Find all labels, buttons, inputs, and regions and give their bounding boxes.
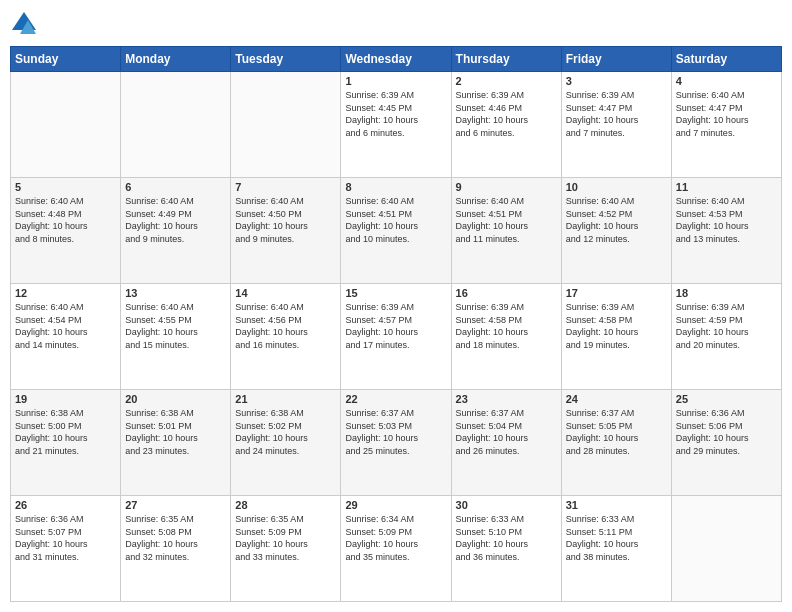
- calendar-cell: 8Sunrise: 6:40 AMSunset: 4:51 PMDaylight…: [341, 178, 451, 284]
- day-number: 6: [125, 181, 226, 193]
- calendar-week-row: 1Sunrise: 6:39 AMSunset: 4:45 PMDaylight…: [11, 72, 782, 178]
- calendar-cell: 26Sunrise: 6:36 AMSunset: 5:07 PMDayligh…: [11, 496, 121, 602]
- logo-icon: [10, 10, 38, 38]
- day-info: Sunrise: 6:39 AMSunset: 4:46 PMDaylight:…: [456, 89, 557, 139]
- day-info: Sunrise: 6:37 AMSunset: 5:04 PMDaylight:…: [456, 407, 557, 457]
- day-info: Sunrise: 6:40 AMSunset: 4:51 PMDaylight:…: [456, 195, 557, 245]
- day-number: 30: [456, 499, 557, 511]
- calendar-cell: 13Sunrise: 6:40 AMSunset: 4:55 PMDayligh…: [121, 284, 231, 390]
- logo: [10, 10, 42, 38]
- calendar-week-row: 5Sunrise: 6:40 AMSunset: 4:48 PMDaylight…: [11, 178, 782, 284]
- calendar-cell: 3Sunrise: 6:39 AMSunset: 4:47 PMDaylight…: [561, 72, 671, 178]
- weekday-header: Friday: [561, 47, 671, 72]
- day-info: Sunrise: 6:39 AMSunset: 4:58 PMDaylight:…: [566, 301, 667, 351]
- day-number: 17: [566, 287, 667, 299]
- day-number: 28: [235, 499, 336, 511]
- header: [10, 10, 782, 38]
- day-number: 29: [345, 499, 446, 511]
- day-number: 18: [676, 287, 777, 299]
- day-info: Sunrise: 6:40 AMSunset: 4:52 PMDaylight:…: [566, 195, 667, 245]
- day-number: 31: [566, 499, 667, 511]
- calendar-cell: [11, 72, 121, 178]
- day-number: 5: [15, 181, 116, 193]
- day-number: 4: [676, 75, 777, 87]
- calendar-cell: [231, 72, 341, 178]
- calendar-cell: 28Sunrise: 6:35 AMSunset: 5:09 PMDayligh…: [231, 496, 341, 602]
- calendar-week-row: 12Sunrise: 6:40 AMSunset: 4:54 PMDayligh…: [11, 284, 782, 390]
- day-info: Sunrise: 6:40 AMSunset: 4:56 PMDaylight:…: [235, 301, 336, 351]
- calendar-cell: 31Sunrise: 6:33 AMSunset: 5:11 PMDayligh…: [561, 496, 671, 602]
- day-info: Sunrise: 6:40 AMSunset: 4:55 PMDaylight:…: [125, 301, 226, 351]
- day-number: 22: [345, 393, 446, 405]
- calendar-cell: 27Sunrise: 6:35 AMSunset: 5:08 PMDayligh…: [121, 496, 231, 602]
- day-number: 26: [15, 499, 116, 511]
- calendar-cell: 17Sunrise: 6:39 AMSunset: 4:58 PMDayligh…: [561, 284, 671, 390]
- day-info: Sunrise: 6:40 AMSunset: 4:49 PMDaylight:…: [125, 195, 226, 245]
- day-info: Sunrise: 6:33 AMSunset: 5:10 PMDaylight:…: [456, 513, 557, 563]
- day-number: 21: [235, 393, 336, 405]
- calendar-cell: 23Sunrise: 6:37 AMSunset: 5:04 PMDayligh…: [451, 390, 561, 496]
- day-info: Sunrise: 6:35 AMSunset: 5:08 PMDaylight:…: [125, 513, 226, 563]
- day-info: Sunrise: 6:37 AMSunset: 5:05 PMDaylight:…: [566, 407, 667, 457]
- day-info: Sunrise: 6:36 AMSunset: 5:07 PMDaylight:…: [15, 513, 116, 563]
- day-number: 27: [125, 499, 226, 511]
- day-info: Sunrise: 6:40 AMSunset: 4:50 PMDaylight:…: [235, 195, 336, 245]
- day-number: 24: [566, 393, 667, 405]
- calendar-cell: 1Sunrise: 6:39 AMSunset: 4:45 PMDaylight…: [341, 72, 451, 178]
- day-number: 23: [456, 393, 557, 405]
- calendar-cell: 16Sunrise: 6:39 AMSunset: 4:58 PMDayligh…: [451, 284, 561, 390]
- day-info: Sunrise: 6:40 AMSunset: 4:51 PMDaylight:…: [345, 195, 446, 245]
- day-number: 16: [456, 287, 557, 299]
- calendar-cell: 19Sunrise: 6:38 AMSunset: 5:00 PMDayligh…: [11, 390, 121, 496]
- day-info: Sunrise: 6:39 AMSunset: 4:45 PMDaylight:…: [345, 89, 446, 139]
- day-info: Sunrise: 6:38 AMSunset: 5:02 PMDaylight:…: [235, 407, 336, 457]
- day-number: 3: [566, 75, 667, 87]
- calendar-cell: 11Sunrise: 6:40 AMSunset: 4:53 PMDayligh…: [671, 178, 781, 284]
- calendar-cell: 5Sunrise: 6:40 AMSunset: 4:48 PMDaylight…: [11, 178, 121, 284]
- calendar-cell: 25Sunrise: 6:36 AMSunset: 5:06 PMDayligh…: [671, 390, 781, 496]
- weekday-header: Monday: [121, 47, 231, 72]
- weekday-header: Sunday: [11, 47, 121, 72]
- calendar-cell: [121, 72, 231, 178]
- calendar-cell: 30Sunrise: 6:33 AMSunset: 5:10 PMDayligh…: [451, 496, 561, 602]
- calendar: SundayMondayTuesdayWednesdayThursdayFrid…: [10, 46, 782, 602]
- day-info: Sunrise: 6:36 AMSunset: 5:06 PMDaylight:…: [676, 407, 777, 457]
- day-number: 12: [15, 287, 116, 299]
- page: SundayMondayTuesdayWednesdayThursdayFrid…: [0, 0, 792, 612]
- day-number: 14: [235, 287, 336, 299]
- calendar-cell: 22Sunrise: 6:37 AMSunset: 5:03 PMDayligh…: [341, 390, 451, 496]
- day-number: 25: [676, 393, 777, 405]
- calendar-cell: 4Sunrise: 6:40 AMSunset: 4:47 PMDaylight…: [671, 72, 781, 178]
- weekday-header: Wednesday: [341, 47, 451, 72]
- day-number: 20: [125, 393, 226, 405]
- day-number: 1: [345, 75, 446, 87]
- day-number: 19: [15, 393, 116, 405]
- weekday-header-row: SundayMondayTuesdayWednesdayThursdayFrid…: [11, 47, 782, 72]
- calendar-cell: 14Sunrise: 6:40 AMSunset: 4:56 PMDayligh…: [231, 284, 341, 390]
- day-info: Sunrise: 6:39 AMSunset: 4:57 PMDaylight:…: [345, 301, 446, 351]
- day-number: 11: [676, 181, 777, 193]
- calendar-cell: 15Sunrise: 6:39 AMSunset: 4:57 PMDayligh…: [341, 284, 451, 390]
- day-info: Sunrise: 6:33 AMSunset: 5:11 PMDaylight:…: [566, 513, 667, 563]
- day-info: Sunrise: 6:39 AMSunset: 4:59 PMDaylight:…: [676, 301, 777, 351]
- day-info: Sunrise: 6:38 AMSunset: 5:01 PMDaylight:…: [125, 407, 226, 457]
- calendar-cell: 20Sunrise: 6:38 AMSunset: 5:01 PMDayligh…: [121, 390, 231, 496]
- calendar-cell: 9Sunrise: 6:40 AMSunset: 4:51 PMDaylight…: [451, 178, 561, 284]
- calendar-cell: [671, 496, 781, 602]
- day-number: 9: [456, 181, 557, 193]
- calendar-cell: 18Sunrise: 6:39 AMSunset: 4:59 PMDayligh…: [671, 284, 781, 390]
- calendar-cell: 6Sunrise: 6:40 AMSunset: 4:49 PMDaylight…: [121, 178, 231, 284]
- day-info: Sunrise: 6:34 AMSunset: 5:09 PMDaylight:…: [345, 513, 446, 563]
- weekday-header: Tuesday: [231, 47, 341, 72]
- weekday-header: Saturday: [671, 47, 781, 72]
- day-info: Sunrise: 6:38 AMSunset: 5:00 PMDaylight:…: [15, 407, 116, 457]
- calendar-cell: 12Sunrise: 6:40 AMSunset: 4:54 PMDayligh…: [11, 284, 121, 390]
- day-info: Sunrise: 6:40 AMSunset: 4:48 PMDaylight:…: [15, 195, 116, 245]
- calendar-cell: 7Sunrise: 6:40 AMSunset: 4:50 PMDaylight…: [231, 178, 341, 284]
- day-number: 13: [125, 287, 226, 299]
- calendar-cell: 29Sunrise: 6:34 AMSunset: 5:09 PMDayligh…: [341, 496, 451, 602]
- day-number: 10: [566, 181, 667, 193]
- day-info: Sunrise: 6:37 AMSunset: 5:03 PMDaylight:…: [345, 407, 446, 457]
- calendar-cell: 24Sunrise: 6:37 AMSunset: 5:05 PMDayligh…: [561, 390, 671, 496]
- calendar-cell: 21Sunrise: 6:38 AMSunset: 5:02 PMDayligh…: [231, 390, 341, 496]
